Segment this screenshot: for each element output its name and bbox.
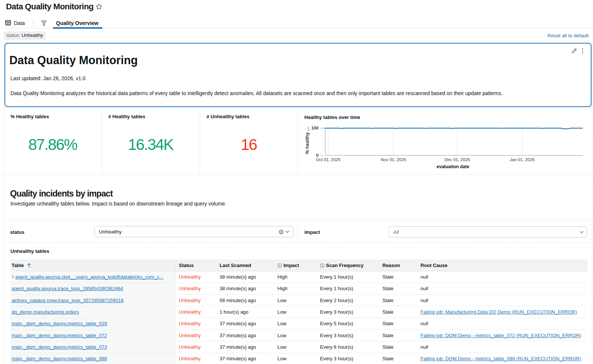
svg-text:Oct 01, 2025: Oct 01, 2025 [316,157,341,162]
svg-text:0: 0 [316,153,319,157]
svg-text:Nov 01, 2025: Nov 01, 2025 [381,157,406,162]
svg-text:% healthy ...: % healthy ... [305,127,310,154]
svg-text:Dec 01, 2025: Dec 01, 2025 [444,157,470,162]
svg-text:evaluation date: evaluation date [437,164,469,169]
svg-text:Jan 01, 2026: Jan 01, 2026 [510,157,535,162]
svg-text:100: 100 [311,126,319,130]
